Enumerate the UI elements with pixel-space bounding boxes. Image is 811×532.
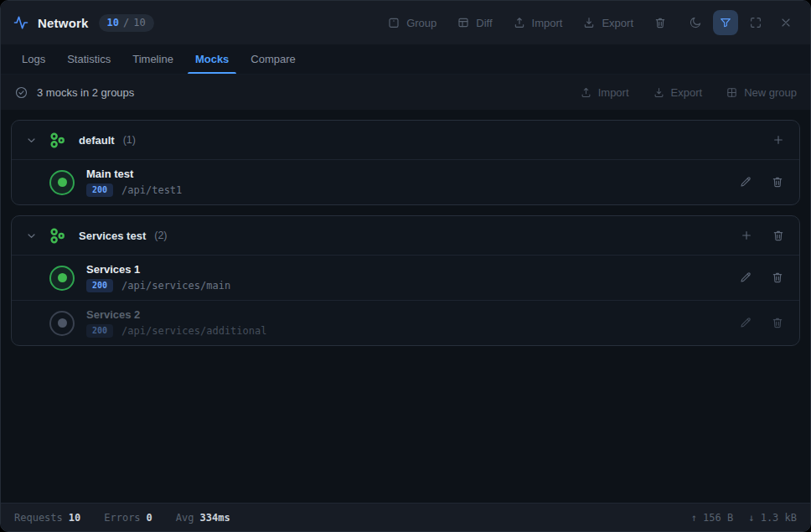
mock-title: Services 1 bbox=[86, 263, 230, 276]
trash-icon bbox=[772, 229, 785, 242]
upload-icon bbox=[513, 16, 526, 29]
pencil-icon bbox=[739, 316, 752, 329]
import-button[interactable]: Import bbox=[504, 11, 572, 34]
status-badge: 200 bbox=[86, 324, 113, 338]
mock-item-row: Services 2 200 /api/services/additional bbox=[12, 300, 799, 345]
mock-info: Services 2 200 /api/services/additional bbox=[86, 301, 266, 345]
mock-item-row: Services 1 200 /api/services/main bbox=[12, 255, 799, 300]
diff-button[interactable]: Diff bbox=[447, 11, 501, 34]
tab-statistics[interactable]: Statistics bbox=[59, 44, 118, 74]
counter-separator: / bbox=[123, 17, 129, 28]
theme-toggle-button[interactable] bbox=[683, 10, 708, 35]
delete-mock-button[interactable] bbox=[771, 316, 785, 330]
export-mocks-button[interactable]: Export bbox=[653, 86, 703, 99]
header-actions: Group Diff Import Export bbox=[378, 10, 798, 35]
fullscreen-button[interactable] bbox=[743, 10, 768, 35]
mocks-summary: 3 mocks in 2 groups bbox=[37, 86, 134, 99]
group-count: (2) bbox=[154, 230, 167, 241]
counter-current: 10 bbox=[107, 17, 119, 28]
tab-bar: Logs Statistics Timeline Mocks Compare bbox=[1, 44, 810, 75]
activity-pulse-icon bbox=[13, 14, 29, 31]
close-icon bbox=[779, 16, 793, 29]
mock-item-actions bbox=[739, 316, 785, 330]
page-title: Network bbox=[38, 16, 89, 30]
tab-mocks[interactable]: Mocks bbox=[188, 44, 236, 74]
header-bar: Network 10 / 10 Group Diff Import Export bbox=[1, 1, 810, 44]
import-mocks-button[interactable]: Import bbox=[580, 86, 629, 99]
export-button[interactable]: Export bbox=[573, 11, 643, 34]
mock-group-header[interactable]: default (1) bbox=[12, 121, 799, 159]
mock-group-card: Services test (2) Services 1 200 /api/se… bbox=[11, 215, 800, 346]
mock-enabled-toggle[interactable] bbox=[49, 266, 75, 291]
group-count: (1) bbox=[123, 134, 136, 146]
group-actions bbox=[772, 133, 786, 147]
request-counter-badge: 10 / 10 bbox=[99, 14, 154, 32]
status-badge: 200 bbox=[86, 279, 113, 292]
edit-mock-button[interactable] bbox=[739, 175, 753, 189]
toggle-dot bbox=[58, 178, 67, 187]
add-mock-button[interactable] bbox=[740, 229, 754, 243]
trash-icon bbox=[771, 175, 784, 189]
delete-mock-button[interactable] bbox=[771, 175, 785, 189]
tab-logs[interactable]: Logs bbox=[14, 44, 53, 74]
plus-icon bbox=[772, 133, 785, 147]
edit-mock-button[interactable] bbox=[739, 316, 753, 330]
box-icon bbox=[387, 16, 400, 29]
mock-enabled-toggle[interactable] bbox=[49, 170, 75, 195]
trash-icon bbox=[771, 271, 784, 284]
add-mock-button[interactable] bbox=[772, 133, 786, 147]
avg-stat: Avg334ms bbox=[176, 512, 230, 524]
check-circle-icon bbox=[14, 85, 28, 100]
status-bar: Requests10 Errors0 Avg334ms ↑ 156 B ↓ 1.… bbox=[1, 503, 810, 531]
plus-icon bbox=[740, 229, 753, 242]
requests-stat: Requests10 bbox=[14, 512, 80, 524]
group-name: Services test bbox=[79, 230, 146, 242]
chevron-down-icon[interactable] bbox=[25, 230, 38, 242]
pencil-icon bbox=[739, 271, 752, 284]
mock-subline: 200 /api/services/additional bbox=[86, 324, 266, 338]
maximize-icon bbox=[749, 16, 762, 29]
mock-item-actions bbox=[739, 271, 785, 285]
delete-mock-button[interactable] bbox=[771, 271, 785, 285]
clear-all-button[interactable] bbox=[648, 10, 673, 35]
bytes-received: ↓ 1.3 kB bbox=[748, 512, 797, 524]
mock-item-row: Main test 200 /api/test1 bbox=[12, 159, 799, 204]
group-name: default bbox=[79, 134, 115, 147]
new-group-button[interactable]: New group bbox=[726, 86, 797, 99]
mocks-toolbar: 3 mocks in 2 groups Import Export New gr… bbox=[1, 75, 810, 110]
mock-title: Services 2 bbox=[86, 308, 266, 321]
mock-path: /api/services/main bbox=[121, 280, 230, 292]
mock-group-header[interactable]: Services test (2) bbox=[12, 216, 799, 255]
mock-subline: 200 /api/services/main bbox=[86, 279, 230, 292]
traffic-stats: ↑ 156 B ↓ 1.3 kB bbox=[691, 512, 797, 524]
filter-button[interactable] bbox=[713, 10, 738, 35]
errors-stat: Errors0 bbox=[104, 512, 152, 524]
upload-icon bbox=[580, 86, 592, 99]
trash-icon bbox=[653, 16, 667, 29]
counter-total: 10 bbox=[133, 17, 145, 28]
mock-path: /api/services/additional bbox=[121, 325, 266, 337]
filter-funnel-icon bbox=[719, 16, 732, 29]
delete-group-button[interactable] bbox=[772, 229, 786, 243]
group-button[interactable]: Group bbox=[378, 11, 446, 34]
mock-groups-list: default (1) Main test 200 /api/test1 bbox=[1, 110, 810, 503]
tab-compare[interactable]: Compare bbox=[243, 44, 302, 74]
trash-icon bbox=[771, 316, 784, 329]
mock-subline: 200 /api/test1 bbox=[86, 183, 182, 197]
chevron-down-icon[interactable] bbox=[25, 134, 38, 147]
mocks-actions: Import Export New group bbox=[580, 86, 797, 99]
close-button[interactable] bbox=[773, 10, 798, 35]
group-dots-icon bbox=[48, 131, 67, 150]
group-actions bbox=[740, 229, 786, 243]
tab-timeline[interactable]: Timeline bbox=[125, 44, 181, 74]
mock-info: Main test 200 /api/test1 bbox=[86, 160, 182, 204]
toggle-dot bbox=[58, 318, 67, 328]
mock-item-actions bbox=[739, 175, 785, 189]
moon-icon bbox=[689, 16, 702, 29]
mock-enabled-toggle[interactable] bbox=[49, 311, 75, 336]
mock-path: /api/test1 bbox=[121, 184, 182, 196]
mock-info: Services 1 200 /api/services/main bbox=[86, 256, 230, 300]
table-icon bbox=[457, 16, 470, 29]
edit-mock-button[interactable] bbox=[739, 271, 753, 285]
status-badge: 200 bbox=[86, 183, 113, 197]
